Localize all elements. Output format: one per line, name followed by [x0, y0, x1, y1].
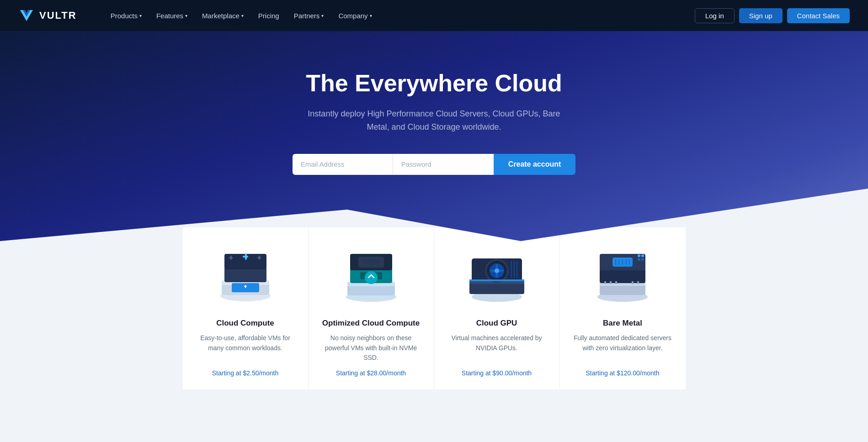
svg-point-32	[495, 268, 499, 273]
card-optimized-title: Optimized Cloud Compute	[322, 319, 420, 328]
cloud-compute-illustration	[209, 237, 282, 310]
nav-company[interactable]: Company ▾	[332, 8, 378, 23]
svg-rect-9	[230, 256, 232, 260]
svg-point-55	[638, 258, 640, 261]
svg-rect-45	[637, 281, 639, 284]
card-metal-title: Bare Metal	[603, 319, 642, 328]
brand-name: VULTR	[39, 10, 77, 21]
nav-marketplace[interactable]: Marketplace ▾	[196, 8, 250, 23]
svg-rect-11	[259, 256, 260, 260]
card-optimized-desc: No noisy neighbors on these powerful VMs…	[320, 333, 423, 363]
contact-sales-button[interactable]: Contact Sales	[787, 8, 850, 23]
svg-rect-4	[224, 268, 266, 282]
hero-subtitle: Instantly deploy High Performance Cloud …	[306, 107, 562, 134]
vultr-logo-icon	[18, 7, 35, 24]
features-chevron-icon: ▾	[185, 13, 187, 18]
svg-point-53	[638, 254, 640, 257]
card-compute-price: Starting at $2.50/month	[212, 369, 279, 377]
card-metal-price: Starting at $120.00/month	[586, 369, 659, 377]
svg-point-56	[641, 258, 644, 261]
email-input[interactable]	[293, 154, 393, 175]
nav-links: Products ▾ Features ▾ Marketplace ▾ Pric…	[104, 8, 695, 23]
password-input[interactable]	[393, 154, 494, 175]
svg-rect-44	[632, 281, 634, 284]
optimized-compute-illustration	[335, 237, 408, 310]
marketplace-chevron-icon: ▾	[241, 13, 244, 18]
card-optimized-compute[interactable]: Optimized Cloud Compute No noisy neighbo…	[309, 227, 434, 389]
svg-rect-14	[245, 285, 246, 288]
svg-point-54	[641, 254, 644, 257]
card-gpu-price: Starting at $90.00/month	[462, 369, 532, 377]
svg-point-24	[365, 271, 378, 284]
svg-rect-40	[600, 268, 645, 283]
svg-rect-23	[363, 259, 379, 265]
svg-rect-33	[469, 279, 524, 281]
card-compute-desc: Easy-to-use, affordable VMs for many com…	[194, 333, 297, 353]
navbar: VULTR Products ▾ Features ▾ Marketplace …	[0, 0, 868, 31]
bare-metal-illustration	[586, 237, 659, 310]
nav-products[interactable]: Products ▾	[104, 8, 148, 23]
partners-chevron-icon: ▾	[321, 13, 324, 18]
card-compute-title: Cloud Compute	[216, 319, 274, 328]
logo-link[interactable]: VULTR	[18, 7, 77, 24]
nav-pricing[interactable]: Pricing	[252, 8, 286, 23]
gpu-illustration	[460, 237, 533, 310]
card-metal-desc: Fully automated dedicated servers with z…	[571, 333, 675, 353]
login-button[interactable]: Log in	[695, 8, 735, 23]
card-bare-metal[interactable]: Bare Metal Fully automated dedicated ser…	[560, 227, 686, 389]
svg-rect-42	[610, 281, 612, 284]
signup-button[interactable]: Sign up	[739, 8, 783, 23]
card-cloud-compute[interactable]: Cloud Compute Easy-to-use, affordable VM…	[183, 227, 309, 389]
hero-section: The Everywhere Cloud Instantly deploy Hi…	[0, 31, 868, 241]
card-cloud-gpu[interactable]: Cloud GPU Virtual machines accelerated b…	[434, 227, 560, 389]
company-chevron-icon: ▾	[370, 13, 372, 18]
card-gpu-title: Cloud GPU	[476, 319, 517, 328]
navbar-actions: Log in Sign up Contact Sales	[695, 8, 850, 23]
cards-grid: Cloud Compute Easy-to-use, affordable VM…	[183, 227, 686, 389]
products-section: Cloud Compute Easy-to-use, affordable VM…	[0, 227, 868, 408]
hero-title: The Everywhere Cloud	[306, 70, 562, 97]
svg-rect-7	[245, 253, 247, 260]
card-optimized-price: Starting at $28.00/month	[336, 369, 406, 377]
svg-rect-41	[604, 281, 606, 284]
nav-partners[interactable]: Partners ▾	[288, 8, 330, 23]
nav-features[interactable]: Features ▾	[150, 8, 194, 23]
svg-rect-43	[615, 281, 617, 284]
products-chevron-icon: ▾	[139, 13, 142, 18]
card-gpu-desc: Virtual machines accelerated by NVIDIA G…	[445, 333, 548, 353]
create-account-button[interactable]: Create account	[494, 154, 576, 175]
signup-form: Create account	[293, 154, 576, 175]
